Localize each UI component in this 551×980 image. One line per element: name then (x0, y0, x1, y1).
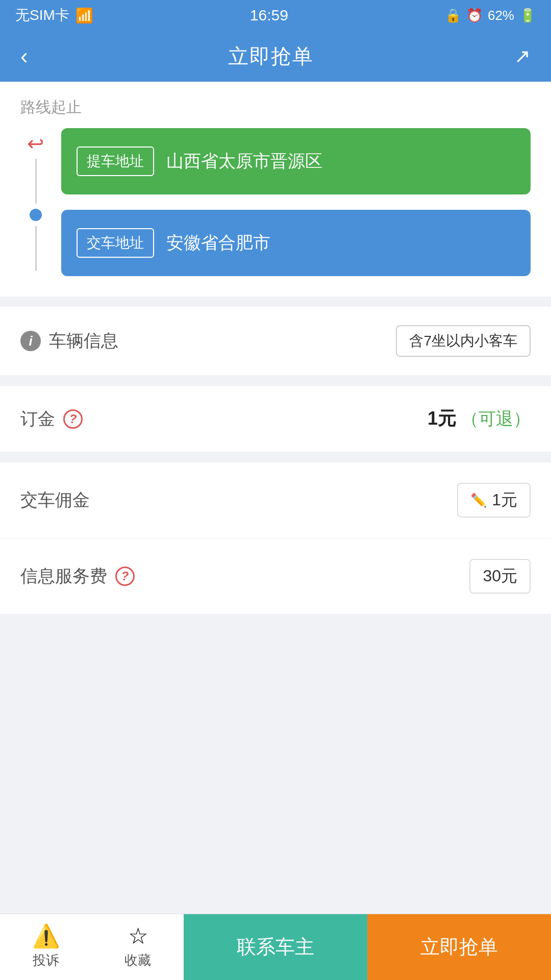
status-bar: 无SIM卡 📶 16:59 🔒 ⏰ 62% 🔋 (0, 0, 551, 31)
wifi-icon: 📶 (76, 7, 93, 24)
favorite-nav-item[interactable]: ☆ 收藏 (92, 914, 184, 980)
service-fee-amount: 30元 (469, 559, 531, 594)
delivery-address: 安徽省合肥市 (166, 231, 270, 255)
service-fee-section: 信息服务费 ? 30元 (0, 538, 551, 614)
deposit-left: 订金 ? (20, 407, 83, 431)
lock-icon: 🔒 (445, 8, 461, 23)
page-title: 立即抢单 (228, 42, 314, 70)
route-end-dot (30, 209, 42, 221)
status-time: 16:59 (250, 7, 288, 24)
complaint-nav-item[interactable]: ⚠️ 投诉 (0, 914, 92, 980)
commission-edit-box[interactable]: ✏️ 1元 (457, 483, 531, 518)
route-line-bottom (35, 226, 37, 271)
route-section-label: 路线起止 (20, 97, 531, 118)
deposit-value-area: 1元 （可退） (428, 406, 531, 431)
carrier-label: 无SIM卡 (15, 6, 69, 25)
vehicle-value: 含7坐以内小客车 (396, 325, 531, 357)
deposit-section: 订金 ? 1元 （可退） (0, 385, 551, 452)
service-fee-left: 信息服务费 ? (20, 565, 135, 588)
back-button[interactable]: ‹ (20, 43, 28, 69)
pickup-address: 山西省太原市晋源区 (166, 150, 322, 173)
commission-left: 交车佣金 (20, 488, 90, 512)
status-right: 🔒 ⏰ 62% 🔋 (445, 8, 536, 23)
commission-label: 交车佣金 (20, 488, 90, 512)
commission-amount: 1元 (492, 489, 517, 511)
contact-label: 联系车主 (237, 934, 314, 960)
vehicle-left: i 车辆信息 (20, 329, 118, 353)
route-section: 路线起止 ↩ 提车地址 山西省太原市晋源区 交车地址 安徽省合肥市 (0, 82, 551, 297)
bottom-nav: ⚠️ 投诉 ☆ 收藏 联系车主 立即抢单 (0, 914, 551, 980)
deposit-refund: （可退） (461, 407, 531, 431)
edit-pencil-icon: ✏️ (470, 493, 487, 508)
contact-button[interactable]: 联系车主 (184, 914, 367, 980)
route-start-icon: ↩ (27, 133, 44, 154)
route-cards: 提车地址 山西省太原市晋源区 交车地址 安徽省合肥市 (61, 128, 531, 276)
route-inner: ↩ 提车地址 山西省太原市晋源区 交车地址 安徽省合肥市 (20, 128, 531, 276)
battery-icon: 🔋 (519, 8, 536, 23)
favorite-label: 收藏 (124, 951, 151, 969)
favorite-icon: ☆ (128, 925, 148, 947)
divider-3 (0, 452, 551, 462)
content-area: 路线起止 ↩ 提车地址 山西省太原市晋源区 交车地址 安徽省合肥市 (0, 82, 551, 914)
deposit-help-icon[interactable]: ? (63, 409, 83, 429)
divider-1 (0, 297, 551, 307)
delivery-tag: 交车地址 (77, 228, 154, 258)
vehicle-info-icon: i (20, 331, 41, 351)
delivery-card[interactable]: 交车地址 安徽省合肥市 (61, 210, 531, 276)
deposit-label: 订金 (20, 407, 55, 431)
service-fee-help-icon[interactable]: ? (115, 567, 135, 586)
status-left: 无SIM卡 📶 (15, 6, 93, 25)
deposit-amount: 1元 (428, 406, 456, 431)
battery-label: 62% (488, 8, 514, 23)
vehicle-section: i 车辆信息 含7坐以内小客车 (0, 307, 551, 375)
divider-2 (0, 375, 551, 385)
header: ‹ 立即抢单 ↗ (0, 31, 551, 82)
complaint-label: 投诉 (33, 951, 59, 969)
service-fee-label: 信息服务费 (20, 565, 107, 588)
commission-section: 交车佣金 ✏️ 1元 (0, 462, 551, 538)
pickup-tag: 提车地址 (77, 146, 154, 176)
route-timeline: ↩ (20, 128, 51, 276)
bottom-spacer (0, 614, 551, 914)
share-button[interactable]: ↗ (514, 45, 531, 67)
pickup-card[interactable]: 提车地址 山西省太原市晋源区 (61, 128, 531, 194)
complaint-icon: ⚠️ (32, 925, 60, 947)
route-line (35, 159, 37, 204)
grab-button[interactable]: 立即抢单 (367, 914, 551, 980)
grab-label: 立即抢单 (420, 934, 498, 960)
alarm-icon: ⏰ (466, 8, 483, 23)
vehicle-label: 车辆信息 (49, 329, 118, 353)
